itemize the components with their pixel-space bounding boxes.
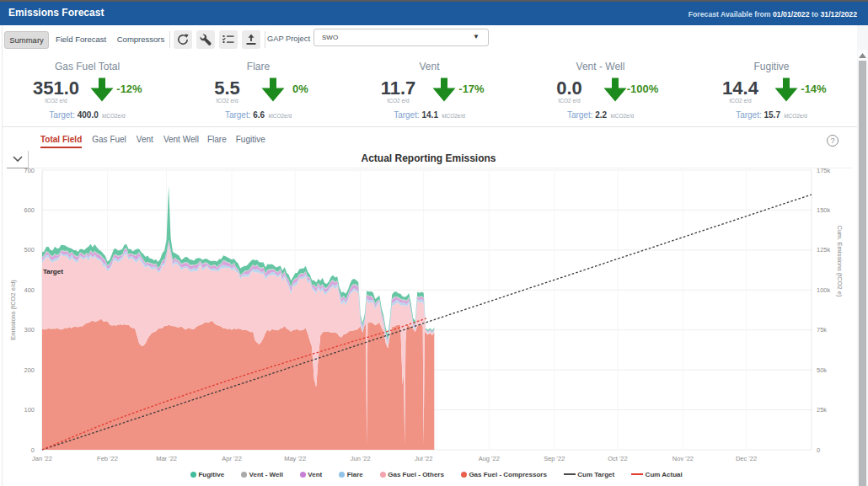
svg-text:500: 500 bbox=[24, 246, 35, 254]
svg-text:Jan '22: Jan '22 bbox=[32, 455, 52, 462]
svg-text:100k: 100k bbox=[817, 286, 831, 294]
svg-text:0: 0 bbox=[31, 446, 35, 454]
svg-text:175k: 175k bbox=[817, 167, 831, 174]
svg-text:May '22: May '22 bbox=[284, 455, 306, 462]
svg-text:Mar '22: Mar '22 bbox=[156, 455, 177, 462]
svg-text:600: 600 bbox=[24, 206, 35, 214]
svg-text:75k: 75k bbox=[817, 326, 827, 334]
svg-text:Jun '22: Jun '22 bbox=[351, 455, 371, 462]
svg-text:Oct '22: Oct '22 bbox=[608, 455, 628, 462]
svg-text:Apr '22: Apr '22 bbox=[222, 455, 242, 462]
svg-text:25k: 25k bbox=[817, 406, 827, 414]
svg-text:Jul '22: Jul '22 bbox=[415, 455, 432, 462]
svg-text:Nov '22: Nov '22 bbox=[672, 455, 694, 462]
svg-text:700: 700 bbox=[24, 167, 35, 174]
svg-text:200: 200 bbox=[24, 366, 35, 374]
svg-text:150k: 150k bbox=[817, 206, 831, 214]
svg-text:Sep '22: Sep '22 bbox=[544, 455, 565, 462]
svg-text:0: 0 bbox=[817, 446, 820, 454]
svg-text:Feb '22: Feb '22 bbox=[97, 455, 118, 462]
svg-text:400: 400 bbox=[24, 286, 35, 294]
svg-text:Cum. Emissions (tCO2 e): Cum. Emissions (tCO2 e) bbox=[836, 225, 844, 297]
svg-text:Aug '22: Aug '22 bbox=[479, 455, 500, 462]
svg-text:300: 300 bbox=[24, 326, 35, 334]
svg-text:50k: 50k bbox=[817, 366, 827, 374]
svg-text:125k: 125k bbox=[817, 246, 831, 254]
svg-text:Dec '22: Dec '22 bbox=[736, 455, 757, 462]
svg-text:Emissions (tCO2 e/d): Emissions (tCO2 e/d) bbox=[9, 280, 17, 340]
svg-text:Target: Target bbox=[43, 268, 63, 275]
svg-text:100: 100 bbox=[24, 406, 35, 414]
